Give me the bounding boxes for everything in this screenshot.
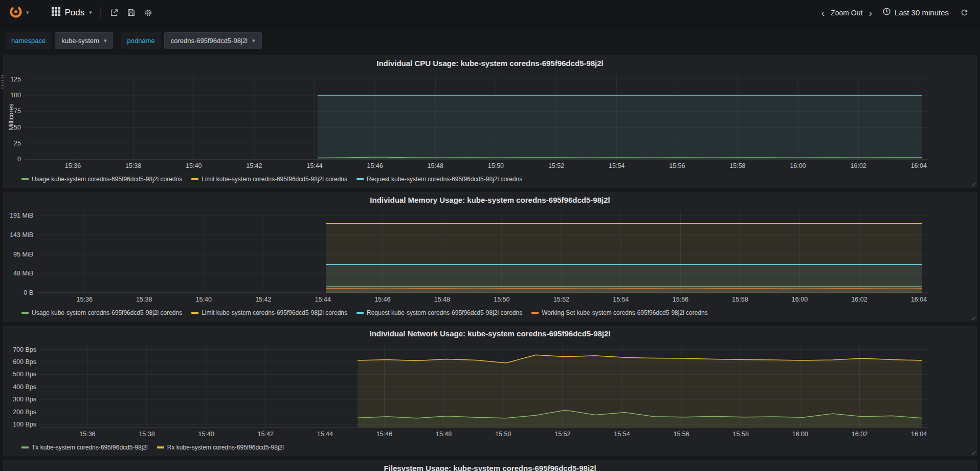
legend-item[interactable]: Tx kube-system coredns-695f96dcd5-98j2l [21, 444, 148, 451]
legend-series-name: Request kube-system coredns-695f96dcd5-9… [367, 176, 522, 183]
navbar: ▾ Pods ▾ [0, 0, 980, 26]
legend-series-color [21, 178, 29, 180]
refresh-icon [960, 8, 969, 17]
x-tick-label: 15:38 [125, 162, 141, 169]
panel-title-memory[interactable]: Individual Memory Usage: kube-system cor… [7, 194, 973, 206]
legend-series-color [191, 178, 198, 180]
legend-item[interactable]: Limit kube-system coredns-695f96dcd5-98j… [191, 176, 347, 183]
x-tick-label: 15:50 [495, 431, 511, 438]
caret-down-icon: ▾ [89, 9, 92, 16]
time-range-picker[interactable]: Last 30 minutes [877, 4, 954, 21]
memory-usage-chart[interactable]: 15:3615:3815:4015:4215:4415:4615:4815:50… [7, 206, 973, 306]
save-button[interactable] [123, 5, 140, 20]
x-tick-label: 15:36 [77, 296, 93, 303]
chart-svg: 15:3615:3815:4015:4215:4415:4615:4815:50… [7, 206, 973, 306]
x-tick-label: 15:58 [732, 296, 748, 303]
refresh-button[interactable] [956, 5, 973, 20]
panel-title-filesystem[interactable]: Filesystem Usage: kube-system coredns-69… [7, 462, 973, 471]
y-tick-label: 400 Bps [13, 383, 36, 391]
series-area-rx [358, 355, 922, 427]
series-area-request [318, 95, 922, 159]
x-tick-label: 15:42 [246, 162, 262, 169]
variable-namespace: namespace kube-system ▾ [5, 32, 113, 49]
x-tick-label: 15:50 [494, 296, 509, 303]
legend-item[interactable]: Limit kube-system coredns-695f96dcd5-98j… [191, 309, 347, 316]
legend-series-color [531, 312, 539, 314]
y-tick-label: 100 Bps [13, 421, 36, 428]
chart-svg: 15:3615:3815:4015:4215:4415:4615:4815:50… [7, 340, 973, 441]
legend-item[interactable]: Request kube-system coredns-695f96dcd5-9… [357, 309, 522, 316]
panel-title-cpu[interactable]: Individual CPU Usage: kube-system coredn… [7, 57, 973, 70]
caret-down-icon: ▾ [252, 37, 255, 44]
x-tick-label: 15:46 [367, 162, 383, 169]
x-tick-label: 15:54 [614, 431, 630, 438]
panel-row-drag-handle[interactable] [1, 75, 4, 89]
x-tick-label: 15:56 [673, 431, 689, 438]
x-tick-label: 15:36 [65, 162, 81, 169]
time-shift-right-button[interactable]: › [865, 8, 875, 18]
zoom-out-button[interactable]: Zoom Out [830, 9, 863, 17]
settings-gear-icon [144, 8, 153, 17]
panel-title-network[interactable]: Individual Network Usage: kube-system co… [7, 328, 973, 340]
time-shift-left-button[interactable]: ‹ [818, 8, 828, 18]
x-tick-label: 15:44 [317, 431, 333, 438]
x-tick-label: 16:02 [851, 162, 866, 169]
legend-series-name: Limit kube-system coredns-695f96dcd5-98j… [202, 176, 347, 183]
cpu-usage-chart[interactable]: 15:3615:3815:4015:4215:4415:4615:4815:50… [7, 70, 973, 173]
legend-series-color [21, 312, 29, 314]
x-tick-label: 15:54 [613, 296, 629, 303]
x-tick-label: 16:04 [911, 296, 927, 303]
x-tick-label: 16:02 [852, 431, 867, 438]
settings-button[interactable] [140, 5, 157, 20]
y-tick-label: 191 MiB [10, 212, 33, 219]
dashboard-picker[interactable]: Pods ▾ [47, 4, 97, 21]
x-tick-label: 15:44 [315, 296, 331, 303]
grafana-logo-menu[interactable]: ▾ [7, 2, 33, 24]
legend-series-name: Request kube-system coredns-695f96dcd5-9… [367, 309, 522, 316]
x-tick-label: 15:40 [196, 296, 212, 303]
legend-series-color [21, 446, 29, 448]
legend-series-name: Tx kube-system coredns-695f96dcd5-98j2l [32, 444, 148, 451]
grid-icon [52, 7, 60, 18]
x-tick-label: 15:54 [609, 162, 625, 169]
x-tick-label: 15:56 [673, 296, 688, 303]
variable-namespace-label: namespace [5, 32, 52, 49]
variable-podname-value-dropdown[interactable]: coredns-695f96dcd5-98j2l ▾ [164, 32, 262, 49]
variable-namespace-value-dropdown[interactable]: kube-system ▾ [55, 32, 113, 49]
legend-series-name: Working Set kube-system coredns-695f96dc… [542, 309, 708, 316]
panel-memory-usage: Individual Memory Usage: kube-system cor… [3, 192, 977, 322]
variable-namespace-value: kube-system [61, 37, 99, 45]
series-area-working [326, 288, 922, 293]
y-axis-label: Millicores [8, 103, 15, 130]
legend-series-color [357, 312, 364, 314]
legend-series-name: Usage kube-system coredns-695f96dcd5-98j… [32, 176, 182, 183]
divider [100, 7, 101, 18]
x-tick-label: 16:00 [792, 431, 808, 438]
x-tick-label: 15:52 [554, 431, 570, 438]
network-usage-chart[interactable]: 15:3615:3815:4015:4215:4415:4615:4815:50… [7, 340, 973, 441]
y-tick-label: 125 [10, 76, 21, 83]
panel-cpu-usage: Individual CPU Usage: kube-system coredn… [3, 55, 977, 188]
dashboard-grid: Individual CPU Usage: kube-system coredn… [0, 55, 980, 471]
x-tick-label: 15:48 [428, 162, 443, 169]
y-tick-label: 0 [17, 156, 21, 163]
share-button[interactable] [106, 5, 123, 20]
x-tick-label: 15:52 [553, 296, 569, 303]
clock-icon [882, 7, 891, 18]
legend-item[interactable]: Working Set kube-system coredns-695f96dc… [531, 309, 708, 316]
caret-down-icon: ▾ [104, 37, 107, 44]
legend-item[interactable]: Usage kube-system coredns-695f96dcd5-98j… [21, 309, 182, 316]
share-icon [110, 8, 119, 17]
x-tick-label: 15:42 [258, 431, 274, 438]
x-tick-label: 15:48 [436, 431, 452, 438]
x-tick-label: 15:40 [186, 162, 202, 169]
x-tick-label: 15:42 [255, 296, 271, 303]
x-tick-label: 16:02 [851, 296, 867, 303]
legend-item[interactable]: Usage kube-system coredns-695f96dcd5-98j… [21, 176, 182, 183]
legend-item[interactable]: Request kube-system coredns-695f96dcd5-9… [357, 176, 522, 183]
x-tick-label: 15:48 [434, 296, 450, 303]
y-tick-label: 48 MiB [13, 270, 33, 277]
save-icon [127, 8, 136, 17]
x-tick-label: 16:04 [911, 162, 927, 169]
legend-item[interactable]: Rx kube-system coredns-695f96dcd5-98j2l [157, 444, 284, 451]
